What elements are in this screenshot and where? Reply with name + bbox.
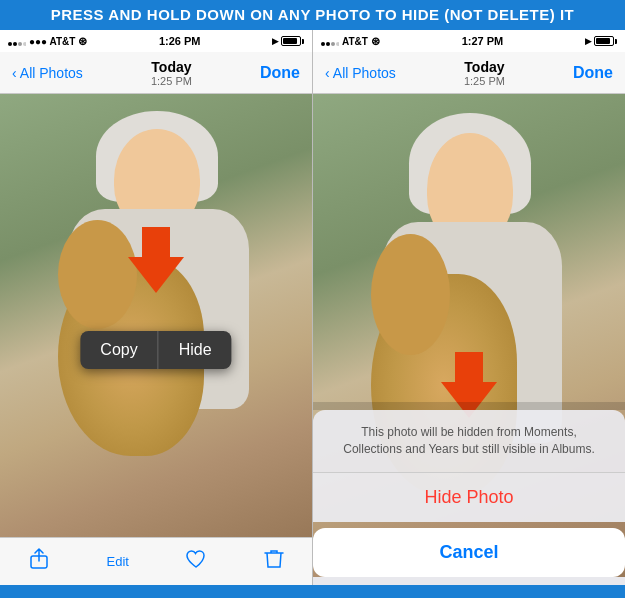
battery-area-right: ▶ [585, 36, 617, 46]
battery-right [594, 36, 617, 46]
battery-fill-left [283, 38, 297, 44]
dog-head-right [371, 234, 450, 355]
back-label-left[interactable]: All Photos [20, 65, 83, 81]
nav-bar-left: ‹ All Photos Today 1:25 PM Done [0, 52, 312, 94]
battery-left [281, 36, 304, 46]
nav-title-text-left: Today [151, 59, 192, 75]
photo-content-left [0, 94, 312, 537]
wifi-icon-left: ⊛ [78, 35, 87, 48]
photo-person-left [47, 129, 272, 492]
edit-button-left[interactable]: Edit [107, 554, 129, 569]
signal-dots-left [8, 34, 26, 48]
action-sheet-message: This photo will be hidden from Moments, … [313, 410, 625, 472]
status-bar-left: ●●● AT&T ⊛ 1:26 PM ▶ [0, 30, 312, 52]
instruction-banner: PRESS AND HOLD DOWN ON ANY PHOTO TO HIDE… [0, 0, 625, 30]
svg-point-3 [23, 42, 26, 46]
wifi-icon-right: ⊛ [371, 35, 380, 48]
nav-subtitle-right: 1:25 PM [464, 75, 505, 87]
nav-title-left: Today 1:25 PM [151, 59, 192, 87]
done-button-right[interactable]: Done [573, 64, 613, 82]
battery-tip-right [615, 39, 617, 44]
battery-body-left [281, 36, 301, 46]
heart-button-left[interactable] [185, 548, 207, 575]
time-right: 1:27 PM [462, 35, 504, 47]
battery-tip-left [302, 39, 304, 44]
bottom-safe-area [313, 577, 625, 585]
arrow-down-left [128, 227, 184, 293]
bottom-toolbar-left: Edit [0, 537, 312, 585]
cancel-button[interactable]: Cancel [313, 528, 625, 577]
svg-point-7 [331, 42, 335, 46]
signal-strength-left: ▶ [272, 36, 279, 46]
context-menu: Copy Hide [80, 331, 231, 369]
nav-title-right: Today 1:25 PM [464, 59, 505, 87]
signal-dots-right [321, 34, 339, 48]
dog-head-left [58, 220, 137, 329]
svg-point-5 [321, 42, 325, 46]
phone-left: ●●● AT&T ⊛ 1:26 PM ▶ ‹ All Photos [0, 30, 313, 585]
svg-point-8 [336, 42, 339, 46]
battery-fill-right [596, 38, 610, 44]
phones-container: ●●● AT&T ⊛ 1:26 PM ▶ ‹ All Photos [0, 30, 625, 585]
action-sheet-gap [313, 402, 625, 410]
trash-button-left[interactable] [264, 548, 284, 575]
copy-button[interactable]: Copy [80, 331, 157, 369]
photo-area-left: Copy Hide [0, 94, 312, 537]
share-button-left[interactable] [28, 548, 50, 575]
nav-bar-right: ‹ All Photos Today 1:25 PM Done [313, 52, 625, 94]
back-label-right[interactable]: All Photos [333, 65, 396, 81]
done-button-left[interactable]: Done [260, 64, 300, 82]
battery-body-right [594, 36, 614, 46]
hide-button[interactable]: Hide [159, 331, 232, 369]
hide-photo-button[interactable]: Hide Photo [313, 472, 625, 522]
svg-point-6 [326, 42, 330, 46]
photo-area-right: This photo will be hidden from Moments, … [313, 94, 625, 585]
back-button-left[interactable]: ‹ All Photos [12, 65, 83, 81]
status-bar-right: AT&T ⊛ 1:27 PM ▶ [313, 30, 625, 52]
svg-point-2 [18, 42, 22, 46]
battery-right-left: ▶ [272, 36, 304, 46]
phone-right: AT&T ⊛ 1:27 PM ▶ ‹ All Photos To [313, 30, 625, 585]
nav-title-text-right: Today [464, 59, 505, 75]
action-sheet: This photo will be hidden from Moments, … [313, 402, 625, 585]
svg-point-0 [8, 42, 12, 46]
back-button-right[interactable]: ‹ All Photos [325, 65, 396, 81]
carrier-left: ●●● AT&T ⊛ [8, 34, 87, 48]
carrier-name-left: ●●● AT&T [29, 36, 75, 47]
nav-subtitle-left: 1:25 PM [151, 75, 192, 87]
carrier-right: AT&T ⊛ [321, 34, 380, 48]
carrier-name-right: AT&T [342, 36, 368, 47]
svg-point-1 [13, 42, 17, 46]
signal-strength-right: ▶ [585, 36, 592, 46]
time-left: 1:26 PM [159, 35, 201, 47]
